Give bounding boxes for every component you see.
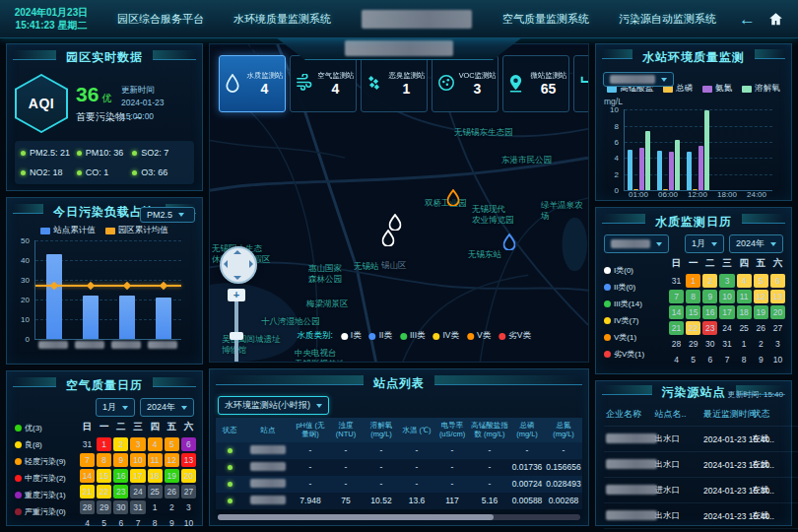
calendar-day[interactable]: 23 xyxy=(113,485,128,499)
calendar-day[interactable]: 2 xyxy=(113,437,128,451)
table-row[interactable]: --------- xyxy=(216,442,582,459)
station-type-select[interactable]: 水环境监测站(小时报) xyxy=(218,396,329,415)
table-horizontal-scrollbar[interactable] xyxy=(218,514,580,520)
table-row[interactable]: 7.9487510.5213.61175.160.005880.002685.5… xyxy=(216,493,582,509)
calendar-day[interactable]: 25 xyxy=(148,485,163,499)
calendar-day[interactable]: 5 xyxy=(686,353,700,366)
zoom-in-button[interactable]: + xyxy=(228,289,245,301)
calendar-day[interactable]: 17 xyxy=(719,305,734,319)
calendar-day[interactable]: 7 xyxy=(130,516,145,530)
nav-item-2[interactable]: 空气质量监测系统 xyxy=(502,12,589,27)
table-row[interactable]: 进水口2024-01-23 15:40..在线 xyxy=(604,529,798,532)
calendar-day[interactable]: 20 xyxy=(770,305,785,319)
calendar-day[interactable]: 4 xyxy=(80,516,95,530)
calendar-day[interactable]: 3 xyxy=(770,337,785,351)
table-row[interactable]: 出水口2024-01-23 15:40..在线 xyxy=(604,427,798,452)
calendar-day[interactable]: 4 xyxy=(737,274,752,288)
year-select[interactable]: 2024年 xyxy=(140,398,194,417)
calendar-day[interactable]: 28 xyxy=(669,337,684,351)
calendar-day[interactable]: 29 xyxy=(97,500,111,514)
station-filter-3[interactable]: VOC监测站3 xyxy=(432,55,499,112)
nav-item-0[interactable]: 园区综合服务平台 xyxy=(117,12,204,27)
calendar-day[interactable]: 13 xyxy=(770,290,785,303)
month-select[interactable]: 1月 xyxy=(685,234,724,253)
calendar-day[interactable]: 8 xyxy=(737,353,752,366)
table-row[interactable]: 出水口2024-01-23 15:40..在线 xyxy=(604,503,798,529)
calendar-day[interactable]: 9 xyxy=(702,290,717,303)
calendar-day[interactable]: 8 xyxy=(97,453,111,467)
calendar-day[interactable]: 24 xyxy=(130,485,145,499)
calendar-day[interactable]: 10 xyxy=(181,516,196,530)
table-row[interactable]: 进水口2024-01-23 15:30..在线 xyxy=(604,478,798,503)
station-filter-4[interactable]: 微站监测站65 xyxy=(502,55,569,112)
calendar-day[interactable]: 2 xyxy=(702,274,717,288)
water-station-select[interactable] xyxy=(603,72,674,87)
calendar-day[interactable]: 1 xyxy=(148,500,163,514)
calendar-day[interactable]: 31 xyxy=(669,274,684,288)
calendar-day[interactable]: 12 xyxy=(754,290,768,303)
month-select[interactable]: 1月 xyxy=(96,398,135,417)
calendar-day[interactable]: 31 xyxy=(80,437,95,451)
calendar-day[interactable]: 22 xyxy=(97,485,111,499)
calendar-day[interactable]: 16 xyxy=(113,469,128,483)
calendar-day[interactable]: 19 xyxy=(754,305,768,319)
pollutant-select[interactable]: PM2.5 xyxy=(140,207,195,223)
calendar-day[interactable]: 21 xyxy=(669,321,684,335)
station-filter-5[interactable]: 污染源监测站6 xyxy=(573,55,589,112)
calendar-day[interactable]: 6 xyxy=(702,353,717,366)
calendar-day[interactable]: 5 xyxy=(754,274,768,288)
calendar-day[interactable]: 8 xyxy=(686,290,700,303)
calendar-day[interactable]: 9 xyxy=(113,453,128,467)
calendar-day[interactable]: 26 xyxy=(165,485,179,499)
calendar-day[interactable]: 19 xyxy=(165,469,179,483)
map-pan-control[interactable] xyxy=(220,246,257,284)
calendar-day[interactable]: 25 xyxy=(737,321,752,335)
calendar-day[interactable]: 24 xyxy=(719,321,734,335)
calendar-day[interactable]: 30 xyxy=(702,337,717,351)
calendar-day[interactable]: 6 xyxy=(113,516,128,530)
calendar-day[interactable]: 12 xyxy=(165,453,179,467)
calendar-day[interactable]: 16 xyxy=(702,305,717,319)
calendar-day[interactable]: 21 xyxy=(80,485,95,499)
calendar-day[interactable]: 18 xyxy=(737,305,752,319)
nav-item-1[interactable]: 水环境质量监测系统 xyxy=(233,12,331,27)
table-row[interactable]: 出水口2024-01-23 15:20..在线 xyxy=(604,452,798,478)
zoom-handle[interactable] xyxy=(230,332,243,340)
calendar-day[interactable]: 1 xyxy=(737,337,752,351)
calendar-day[interactable]: 10 xyxy=(719,290,734,303)
calendar-day[interactable]: 13 xyxy=(181,453,196,467)
calendar-day[interactable]: 10 xyxy=(770,353,785,366)
calendar-day[interactable]: 18 xyxy=(148,469,163,483)
calendar-day[interactable]: 2 xyxy=(165,500,179,514)
calendar-day[interactable]: 6 xyxy=(181,437,196,451)
calendar-day[interactable]: 5 xyxy=(165,437,179,451)
calendar-day[interactable]: 28 xyxy=(80,500,95,514)
station-filter-0[interactable]: 水质监测站4 xyxy=(219,55,286,112)
calendar-day[interactable]: 29 xyxy=(686,337,700,351)
calendar-day[interactable]: 27 xyxy=(770,321,785,335)
calendar-day[interactable]: 15 xyxy=(686,305,700,319)
back-icon[interactable]: ← xyxy=(739,11,756,28)
calendar-day[interactable]: 3 xyxy=(181,500,196,514)
calendar-day[interactable]: 9 xyxy=(165,516,179,530)
calendar-day[interactable]: 23 xyxy=(702,321,717,335)
water-cal-station-select[interactable] xyxy=(604,234,669,253)
year-select[interactable]: 2024年 xyxy=(729,234,783,253)
calendar-day[interactable]: 22 xyxy=(686,321,700,335)
calendar-day[interactable]: 11 xyxy=(148,453,163,467)
calendar-day[interactable]: 4 xyxy=(148,437,163,451)
calendar-day[interactable]: 15 xyxy=(97,469,111,483)
calendar-day[interactable]: 10 xyxy=(130,453,145,467)
calendar-day[interactable]: 7 xyxy=(80,453,95,467)
calendar-day[interactable]: 9 xyxy=(754,353,768,366)
table-row[interactable]: ------0.007240.028493- xyxy=(216,476,582,493)
calendar-day[interactable]: 6 xyxy=(770,274,785,288)
calendar-day[interactable]: 17 xyxy=(130,469,145,483)
calendar-day[interactable]: 26 xyxy=(754,321,768,335)
calendar-day[interactable]: 4 xyxy=(669,353,684,366)
station-marker-icon[interactable] xyxy=(503,233,516,254)
calendar-day[interactable]: 20 xyxy=(181,469,196,483)
calendar-day[interactable]: 8 xyxy=(148,516,163,530)
calendar-day[interactable]: 30 xyxy=(113,500,128,514)
calendar-day[interactable]: 14 xyxy=(80,469,95,483)
